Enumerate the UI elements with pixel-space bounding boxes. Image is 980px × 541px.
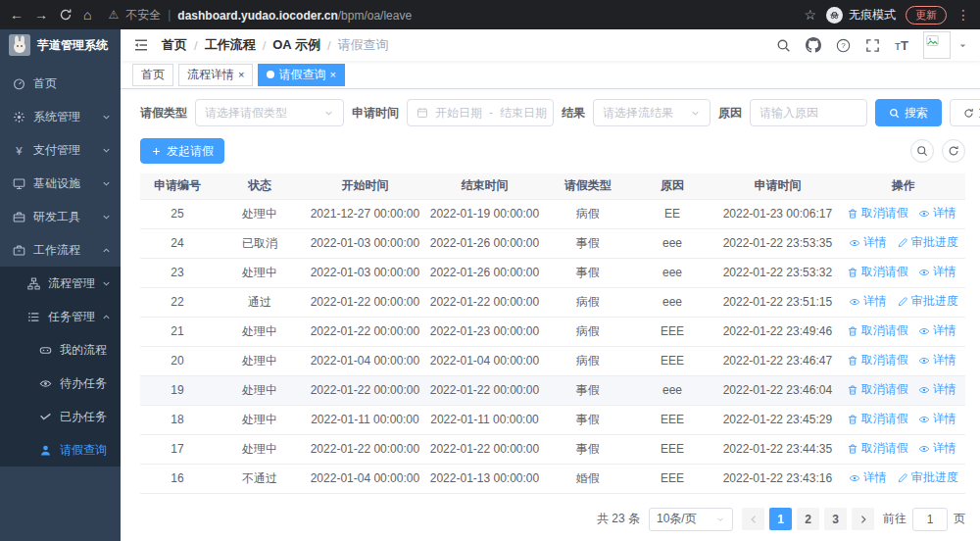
- github-icon[interactable]: [806, 37, 821, 53]
- address-bar[interactable]: ⚠ 不安全 | dashboard.yudao.iocoder.cn/bpm/o…: [108, 7, 793, 24]
- sidebar-item-label: 任务管理: [48, 309, 95, 325]
- cell-id: 21: [140, 317, 215, 346]
- cell-status: 通过: [215, 287, 306, 317]
- table-row[interactable]: 23处理中2022-01-03 00:00:002022-01-26 00:00…: [140, 258, 965, 287]
- page-button-1[interactable]: 1: [769, 508, 792, 530]
- approval-progress-link[interactable]: 审批进度: [897, 234, 958, 251]
- table-row[interactable]: 25处理中2021-12-27 00:00:002022-01-19 00:00…: [140, 199, 965, 228]
- sidebar-item-1[interactable]: 系统管理: [0, 100, 121, 133]
- reset-button[interactable]: 重置: [950, 99, 980, 126]
- chevron-down-icon: [715, 515, 725, 524]
- table-row[interactable]: 19处理中2022-01-22 00:00:002022-01-22 00:00…: [140, 375, 965, 405]
- sidebar-item-6[interactable]: 流程管理: [0, 267, 121, 300]
- table-row[interactable]: 17处理中2022-01-22 00:00:002022-01-22 00:00…: [140, 434, 965, 464]
- cell-reason: eee: [631, 228, 713, 258]
- detail-link[interactable]: 详情: [918, 440, 956, 457]
- column-header-7: 操作: [842, 173, 965, 199]
- avatar-caret-icon[interactable]: [958, 41, 967, 50]
- breadcrumb-item-2[interactable]: OA 示例: [272, 36, 320, 54]
- detail-link[interactable]: 详情: [918, 381, 956, 398]
- detail-link[interactable]: 详情: [849, 469, 887, 486]
- fullscreen-icon[interactable]: [865, 38, 880, 53]
- goto-page-input[interactable]: [912, 508, 948, 531]
- cancel-leave-link[interactable]: 取消请假: [847, 205, 908, 221]
- browser-forward-icon[interactable]: →: [34, 8, 48, 22]
- tag-close-icon[interactable]: ×: [238, 70, 244, 80]
- sidebar-item-4[interactable]: 研发工具: [0, 200, 121, 233]
- tag-0[interactable]: 首页: [132, 64, 173, 86]
- cancel-leave-link[interactable]: 取消请假: [847, 411, 908, 427]
- search-button[interactable]: 搜索: [875, 99, 942, 126]
- cell-apply_time: 2022-01-22 23:45:29: [713, 405, 842, 434]
- cancel-leave-link[interactable]: 取消请假: [847, 264, 908, 280]
- detail-link[interactable]: 详情: [918, 352, 956, 369]
- approval-progress-link[interactable]: 审批进度: [897, 293, 958, 310]
- breadcrumb-item-1[interactable]: 工作流程: [205, 36, 256, 54]
- toolbox-icon: [13, 211, 25, 223]
- tag-close-icon[interactable]: ×: [329, 70, 335, 80]
- toggle-search-button[interactable]: [910, 139, 934, 163]
- cell-status: 处理中: [215, 199, 306, 228]
- sidebar-menu: 首页系统管理¥支付管理基础设施研发工具工作流程流程管理任务管理我的流程待办任务已…: [0, 67, 121, 467]
- browser-update-button[interactable]: 更新: [906, 6, 947, 25]
- browser-home-icon[interactable]: ⌂: [83, 8, 91, 22]
- cell-id: 25: [140, 199, 215, 228]
- detail-link[interactable]: 详情: [849, 234, 887, 251]
- sidebar-item-10[interactable]: 已办任务: [0, 400, 121, 433]
- search-icon[interactable]: [776, 38, 791, 53]
- refresh-table-button[interactable]: [942, 139, 965, 163]
- tag-1[interactable]: 流程详情×: [178, 64, 253, 86]
- user-avatar[interactable]: [923, 31, 951, 59]
- browser-back-icon[interactable]: ←: [10, 8, 24, 22]
- delete-icon: [847, 443, 858, 455]
- help-icon[interactable]: ?: [836, 38, 851, 53]
- cancel-leave-link[interactable]: 取消请假: [847, 322, 908, 339]
- page-button-2[interactable]: 2: [797, 508, 819, 530]
- detail-link[interactable]: 详情: [918, 411, 956, 427]
- sidebar-item-5[interactable]: 工作流程: [0, 233, 121, 267]
- page-size-select[interactable]: 10条/页: [649, 508, 733, 531]
- cell-start_time: 2022-01-22 00:00:00: [305, 375, 424, 405]
- sidebar-item-0[interactable]: 首页: [0, 67, 121, 100]
- cancel-leave-link[interactable]: 取消请假: [847, 381, 908, 398]
- browser-menu-icon[interactable]: ⋮: [956, 7, 970, 23]
- sidebar-item-7[interactable]: 任务管理: [0, 300, 121, 333]
- detail-link[interactable]: 详情: [918, 322, 956, 339]
- cell-start_time: 2022-01-22 00:00:00: [305, 317, 424, 346]
- detail-link[interactable]: 详情: [918, 205, 956, 221]
- browser-reload-icon[interactable]: [59, 8, 73, 22]
- cancel-leave-link[interactable]: 取消请假: [847, 440, 908, 457]
- table-row[interactable]: 20处理中2022-01-04 00:00:002022-01-04 00:00…: [140, 346, 965, 375]
- app-title: 芋道管理系统: [37, 37, 108, 54]
- table-row[interactable]: 21处理中2022-01-22 00:00:002022-01-23 00:00…: [140, 317, 965, 346]
- plus-icon: [151, 146, 162, 157]
- sidebar-item-11[interactable]: 请假查询: [0, 433, 121, 467]
- next-page-button[interactable]: [852, 508, 874, 530]
- sidebar-item-8[interactable]: 我的流程: [0, 333, 121, 367]
- prev-page-button[interactable]: [742, 508, 764, 530]
- approval-progress-link[interactable]: 审批进度: [897, 469, 958, 486]
- sidebar-item-3[interactable]: 基础设施: [0, 167, 121, 200]
- apply-time-range-picker[interactable]: 开始日期 - 结束日期: [407, 99, 554, 126]
- create-leave-button[interactable]: 发起请假: [140, 138, 224, 164]
- sidebar-item-9[interactable]: 待办任务: [0, 367, 121, 400]
- reason-input[interactable]: [760, 106, 858, 120]
- bookmark-star-icon[interactable]: ☆: [804, 8, 816, 22]
- tag-2[interactable]: 请假查询×: [258, 64, 344, 86]
- leave-type-select[interactable]: 请选择请假类型: [195, 99, 344, 126]
- detail-link[interactable]: 详情: [918, 264, 956, 280]
- table-row[interactable]: 24已取消2022-01-03 00:00:002022-01-26 00:00…: [140, 228, 965, 258]
- table-row[interactable]: 16不通过2022-01-04 00:00:002022-01-13 00:00…: [140, 464, 965, 493]
- table-row[interactable]: 22通过2022-01-22 00:00:002022-01-22 00:00:…: [140, 287, 965, 317]
- sidebar-item-2[interactable]: ¥支付管理: [0, 133, 121, 167]
- font-size-icon[interactable]: тT: [895, 38, 908, 53]
- column-header-0: 申请编号: [140, 173, 215, 199]
- sidebar-logo-row[interactable]: 芋道管理系统: [0, 29, 121, 61]
- cancel-leave-link[interactable]: 取消请假: [847, 352, 908, 369]
- breadcrumb-item-0[interactable]: 首页: [162, 36, 187, 54]
- page-button-3[interactable]: 3: [824, 508, 847, 530]
- table-row[interactable]: 18处理中2022-01-11 00:00:002022-01-11 00:00…: [140, 405, 965, 434]
- result-select[interactable]: 请选择流结果: [593, 99, 710, 126]
- detail-link[interactable]: 详情: [849, 293, 887, 310]
- sidebar-collapse-icon[interactable]: [133, 37, 149, 53]
